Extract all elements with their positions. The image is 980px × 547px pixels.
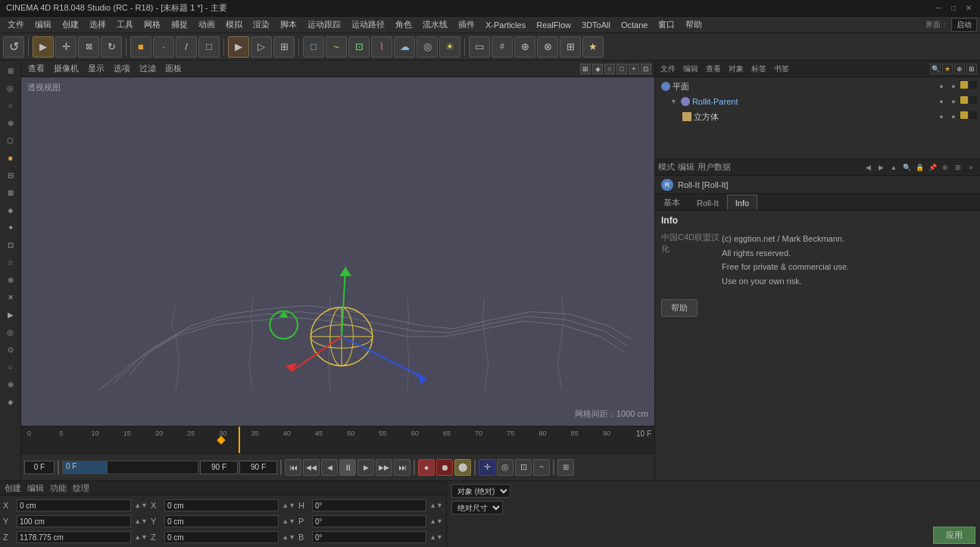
menu-motion-track[interactable]: 运动跟踪 [303,17,345,32]
tab-rollit[interactable]: Roll-It [688,195,727,210]
obj-menu-objects[interactable]: 对象 [726,64,746,74]
left-btn-13[interactable]: ⊗ [2,271,19,288]
left-btn-6[interactable]: ■ [2,149,19,166]
attr-menu-user[interactable]: 用户数据 [698,161,731,173]
vp-icon-3[interactable]: ○ [604,64,615,74]
menu-edit[interactable]: 编辑 [30,17,56,32]
size-x-arrows[interactable]: ▲▼ [282,502,295,509]
rollit-lock[interactable]: ● [948,96,959,107]
left-btn-1[interactable]: ⊞ [2,62,19,79]
vp-panel-btn[interactable]: 面板 [161,62,186,75]
rot-p-arrows[interactable]: ▲▼ [429,517,443,525]
plane-vis-icon[interactable]: ● [936,81,947,92]
coord-size-select[interactable]: 绝对尺寸 相对尺寸 [451,501,503,514]
obj-menu-edit[interactable]: 编辑 [681,64,701,74]
pos-x-arrows[interactable]: ▲▼ [134,502,148,509]
menu-snap[interactable]: 捕捉 [167,17,192,32]
attr-add-btn[interactable]: ⊕ [939,161,951,173]
render-to-picture[interactable]: ⊞ [273,36,295,58]
left-btn-18[interactable]: ○ [2,358,19,375]
left-btn-2[interactable]: ◎ [2,80,19,96]
menu-animate[interactable]: 动画 [194,17,220,32]
prev-frame-btn[interactable]: ◀ [321,459,338,476]
current-frame-input[interactable] [24,461,55,474]
menu-create[interactable]: 创建 [58,17,83,32]
left-btn-11[interactable]: ⊡ [2,236,19,253]
rot-h-input[interactable] [312,499,426,511]
menu-help[interactable]: 帮助 [681,17,707,32]
obj-item-plane[interactable]: 平面 ● ● [655,79,980,94]
menu-character[interactable]: 角色 [391,17,417,32]
obj-menu-view[interactable]: 查看 [704,64,723,74]
rot-h-arrows[interactable]: ▲▼ [429,502,443,509]
apply-button[interactable]: 应用 [933,527,975,544]
fcurve-btn[interactable]: ~ [533,459,550,476]
vp-icon-4[interactable]: □ [616,64,627,74]
goto-start-btn[interactable]: ⏮ [285,459,301,476]
vp-display-btn[interactable]: 显示 [84,62,108,75]
menu-tools[interactable]: 工具 [112,17,138,32]
menu-octane[interactable]: Octane [616,19,652,31]
rot-b-input[interactable] [312,531,426,543]
prev-key-btn[interactable]: ◀◀ [303,459,320,476]
obj-menu-tags[interactable]: 标签 [749,64,769,74]
left-btn-19[interactable]: ⊕ [2,376,19,392]
size-y-input[interactable] [164,515,279,527]
attr-fwd-btn[interactable]: ▶ [875,161,887,173]
plane-lock-icon[interactable]: ● [948,81,959,92]
size-y-arrows[interactable]: ▲▼ [282,517,295,525]
rotate-tool[interactable]: ↻ [101,36,122,58]
obj-mode[interactable]: ■ [130,36,151,58]
minimize-button[interactable]: ─ [933,3,944,14]
record-active-btn[interactable]: ⊞ [557,459,574,476]
environment-obj[interactable]: ☁ [394,36,415,58]
rot-b-arrows[interactable]: ▲▼ [429,533,443,541]
menu-mesh[interactable]: 网格 [139,17,165,32]
left-btn-5[interactable]: ⬡ [2,132,19,148]
camera-obj[interactable]: ◎ [417,36,438,58]
menu-pipeline[interactable]: 流水线 [418,17,452,32]
left-btn-17[interactable]: ⊙ [2,341,19,358]
pos-x-input[interactable] [17,499,131,511]
pos-y-arrows[interactable]: ▲▼ [134,517,148,525]
left-btn-7[interactable]: ⊟ [2,167,19,183]
size-z-arrows[interactable]: ▲▼ [282,533,295,541]
left-btn-4[interactable]: ⊕ [2,114,19,131]
random-obj[interactable]: ★ [582,36,604,58]
spline-obj[interactable]: ~ [326,36,347,58]
key-btn[interactable]: ⬤ [454,459,471,476]
next-key-btn[interactable]: ▶▶ [376,459,392,476]
matrix-obj[interactable]: ⊗ [537,36,558,58]
pos-y-input[interactable] [17,515,131,527]
left-btn-12[interactable]: ☆ [2,254,19,270]
size-z-input[interactable] [164,531,279,543]
pos-z-arrows[interactable]: ▲▼ [134,533,148,541]
attr-pin-btn[interactable]: 📌 [926,161,938,173]
vp-camera-btn[interactable]: 摄像机 [50,62,83,75]
vp-icon-6[interactable]: ⊡ [641,64,651,74]
auto-key-btn[interactable]: ⏺ [436,459,453,476]
left-btn-20[interactable]: ◈ [2,393,19,410]
next-frame-btn[interactable]: ▶ [357,459,374,476]
coords-menu-texture[interactable]: 纹理 [73,483,89,494]
grid-obj[interactable]: # [492,36,513,58]
point-mode[interactable]: · [153,36,174,58]
attr-lock-btn[interactable]: 🔒 [913,161,925,173]
vp-icon-5[interactable]: + [629,64,639,74]
undo-button[interactable]: ↺ [3,36,24,58]
maximize-button[interactable]: □ [948,3,959,14]
left-btn-16[interactable]: ◎ [2,324,19,340]
vp-icon-2[interactable]: ◈ [592,64,603,74]
vp-icon-1[interactable]: ⊞ [580,64,591,74]
coords-menu-edit[interactable]: 编辑 [27,483,44,494]
motion-path-btn[interactable]: ✛ [479,459,495,476]
select-tool[interactable]: ▶ [33,36,54,58]
vp-view-btn[interactable]: 查看 [24,62,48,75]
play-pause-btn[interactable]: ⏸ [339,459,356,476]
pos-z-input[interactable] [17,531,131,543]
left-btn-9[interactable]: ◈ [2,202,19,218]
coord-mode-select[interactable]: 对象 (绝对) 世界 (绝对) [451,484,510,498]
obj-menu-bookmarks[interactable]: 书签 [772,64,791,74]
rot-p-input[interactable] [312,515,426,527]
render-btn[interactable]: ▶ [228,36,249,58]
